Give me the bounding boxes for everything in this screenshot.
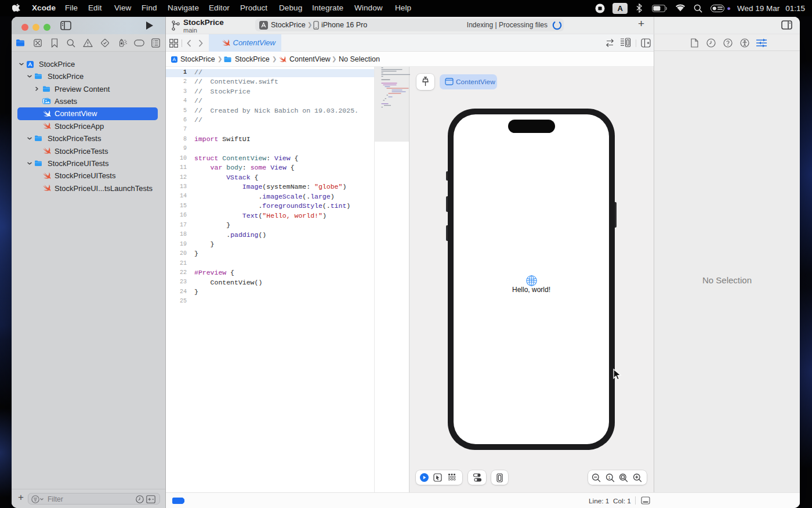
- svg-text:1: 1: [608, 474, 611, 480]
